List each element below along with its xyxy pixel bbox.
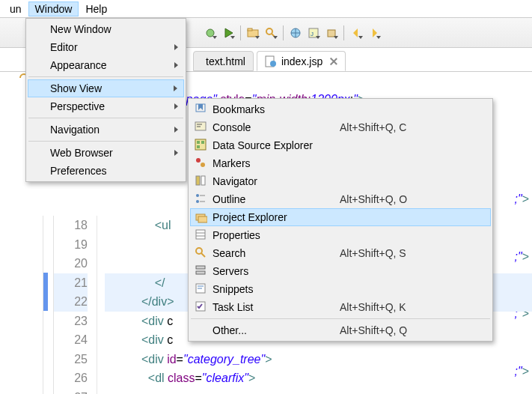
menubar-item-help[interactable]: Help [79,1,114,16]
svg-point-27 [201,163,205,167]
toolbar-back-icon[interactable] [348,25,364,41]
editor-gutter [0,216,43,394]
blank-icon [195,324,207,336]
menu-editor[interactable]: Editor [28,38,184,56]
submenu-bookmarks[interactable]: Bookmarks [190,100,491,118]
tab-label: text.html [206,55,245,67]
toolbar-new-folder-icon[interactable] [245,25,261,41]
submenu-snippets[interactable]: Snippets [190,280,491,298]
submenu-other[interactable]: Other...Alt+Shift+Q, Q [190,321,491,339]
svg-marker-18 [198,104,203,110]
svg-rect-25 [197,145,200,148]
toolbar-separator [283,25,284,40]
submenu-servers[interactable]: Servers [190,262,491,280]
svg-rect-42 [196,271,205,274]
show-view-submenu: Bookmarks ConsoleAlt+Shift+Q, C Data Sou… [188,98,493,342]
svg-line-40 [201,253,205,257]
menu-separator [28,118,183,118]
submenu-properties[interactable]: Properties [190,226,491,244]
svg-rect-24 [201,141,204,144]
chevron-right-icon [174,62,178,68]
submenu-console[interactable]: ConsoleAlt+Shift+Q, C [190,118,491,136]
svg-rect-36 [196,230,205,239]
menu-web-browser[interactable]: Web Browser [28,144,184,162]
svg-rect-41 [196,266,205,269]
svg-point-30 [196,194,199,197]
console-icon [195,121,207,133]
line-numbers: 18 19 20 21 22 23 24 25 26 27 [54,216,97,394]
menu-separator [191,318,490,319]
toolbar-jsp-icon[interactable]: J [305,25,322,41]
bookmark-icon [195,103,207,115]
toolbar-search-icon[interactable] [263,25,279,41]
submenu-navigator[interactable]: Navigator [190,172,491,190]
tab-text-html[interactable]: text.html [193,51,254,71]
window-menu: New Window Editor Appearance Show View P… [25,18,186,182]
toolbar-debug-icon[interactable] [202,25,218,41]
jsp-file-icon [265,55,277,67]
toolbar-forward-icon[interactable] [366,25,382,41]
menubar: un Window Help [0,0,532,18]
code-fragment: ;"> [500,190,529,209]
markers-icon [195,157,207,169]
menu-appearance[interactable]: Appearance [28,56,184,74]
menubar-item-run[interactable]: un [3,1,28,16]
submenu-outline[interactable]: OutlineAlt+Shift+Q, O [190,190,491,208]
submenu-search[interactable]: SearchAlt+Shift+Q, S [190,244,491,262]
menu-separator [28,76,183,77]
servers-icon [195,264,207,276]
svg-point-31 [196,200,199,203]
submenu-markers[interactable]: Markers [190,154,491,172]
svg-text:J: J [311,31,314,37]
menu-separator [28,141,183,142]
svg-rect-3 [248,28,252,31]
svg-rect-35 [198,216,207,222]
properties-icon [195,228,207,240]
outline-icon [195,193,207,204]
chevron-right-icon [174,44,178,50]
toolbar-globe-icon[interactable] [287,25,304,41]
menubar-item-window[interactable]: Window [28,1,79,16]
search-icon [195,246,207,258]
submenu-data-source-explorer[interactable]: Data Source Explorer [190,136,491,154]
svg-point-26 [196,158,201,163]
tab-index-jsp[interactable]: index.jsp [257,51,346,71]
toolbar-separator [343,25,344,40]
svg-point-39 [196,248,202,254]
svg-point-16 [270,61,276,67]
svg-point-4 [266,28,272,34]
tab-label: index.jsp [281,55,322,67]
tasklist-icon [195,300,207,312]
menu-new-window[interactable]: New Window [28,20,184,38]
svg-rect-23 [197,141,200,144]
close-icon[interactable] [330,58,337,65]
menu-show-view[interactable]: Show View [28,79,184,97]
submenu-task-list[interactable]: Task ListAlt+Shift+Q, K [190,298,491,316]
toolbar-run-icon[interactable] [220,25,236,41]
svg-rect-29 [201,176,205,185]
toolbar-separator [240,25,241,40]
project-explorer-icon [195,211,207,223]
snippets-icon [195,282,207,294]
chevron-right-icon [174,150,178,156]
editor-highlight-bar [43,273,48,311]
toolbar-package-icon[interactable] [323,25,340,41]
menu-perspective[interactable]: Perspective [28,97,184,115]
menu-navigation[interactable]: Navigation [28,121,184,139]
submenu-project-explorer[interactable]: Project Explorer [190,208,491,226]
chevron-right-icon [174,85,177,91]
menu-preferences[interactable]: Preferences [28,162,184,180]
chevron-right-icon [174,103,178,109]
datasource-icon [195,139,207,151]
svg-marker-10 [353,28,358,37]
navigator-icon [195,175,207,187]
svg-rect-28 [196,176,200,185]
chevron-right-icon [174,127,178,133]
